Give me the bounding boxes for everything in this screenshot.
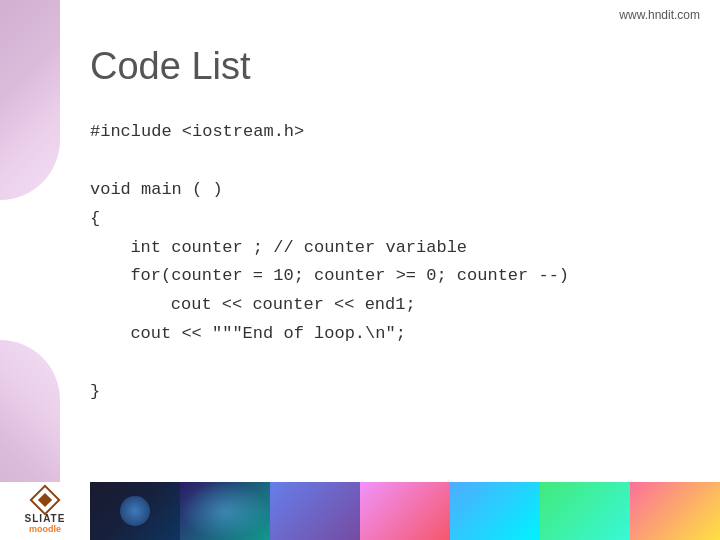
bottom-image-6 xyxy=(540,482,630,540)
logo-area: SLIATE moodle xyxy=(25,489,66,534)
code-line-7: cout << counter << end1; xyxy=(90,291,690,320)
slide-container: www.hndit.com Code List #include <iostre… xyxy=(0,0,720,540)
code-line-5: int counter ; // counter variable xyxy=(90,234,690,263)
code-line-8: cout << """End of loop.\n"; xyxy=(90,320,690,349)
left-deco-top xyxy=(0,0,60,200)
code-line-10: } xyxy=(90,378,690,407)
bottom-image-7 xyxy=(630,482,720,540)
code-block: #include <iostream.h> void main ( ) { in… xyxy=(90,118,690,407)
code-line-4: { xyxy=(90,205,690,234)
code-line-1: #include <iostream.h> xyxy=(90,118,690,147)
bottom-image-1 xyxy=(90,482,180,540)
bottom-image-2 xyxy=(180,482,270,540)
code-line-9 xyxy=(90,349,690,378)
code-line-6: for(counter = 10; counter >= 0; counter … xyxy=(90,262,690,291)
bottom-image-5 xyxy=(450,482,540,540)
content-area: Code List #include <iostream.h> void mai… xyxy=(70,0,720,480)
code-line-2 xyxy=(90,147,690,176)
logo-symbol-icon xyxy=(29,484,60,515)
bottom-bar: SLIATE moodle xyxy=(0,482,720,540)
slide-title: Code List xyxy=(90,45,690,88)
bottom-images xyxy=(90,482,720,540)
left-decoration xyxy=(0,0,60,540)
moodle-label: moodle xyxy=(29,524,61,534)
logo-symbol-inner xyxy=(38,492,52,506)
code-line-3: void main ( ) xyxy=(90,176,690,205)
bottom-image-4 xyxy=(360,482,450,540)
bottom-logo: SLIATE moodle xyxy=(0,482,90,540)
bottom-image-3 xyxy=(270,482,360,540)
